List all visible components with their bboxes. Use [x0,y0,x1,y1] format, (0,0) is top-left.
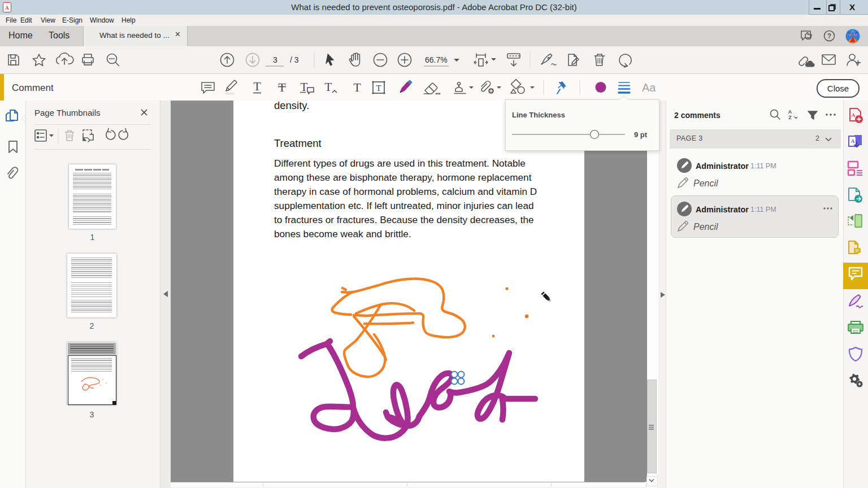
svg-text:1:11 PM: 1:11 PM [750,206,776,213]
svg-text:T: T [353,80,361,94]
svg-text:A: A [852,112,856,118]
svg-text:T: T [253,79,261,93]
svg-text:Pencil: Pencil [693,222,718,232]
svg-text:Pencil: Pencil [693,178,718,188]
svg-text:?: ? [827,32,831,40]
svg-text:66.7%: 66.7% [425,55,448,64]
svg-text:T: T [376,84,381,93]
svg-text:Administrator: Administrator [696,205,749,214]
svg-text:T: T [301,80,308,94]
svg-text:A: A [851,138,855,144]
svg-text:1:11 PM: 1:11 PM [750,162,776,170]
svg-text:T: T [325,80,332,94]
svg-text:Aa: Aa [642,81,656,94]
svg-text:T: T [278,80,286,94]
svg-text:Z: Z [788,115,792,120]
svg-text:Administrator: Administrator [696,162,749,171]
svg-text:/ 3: / 3 [290,55,299,64]
svg-text:A: A [788,109,792,115]
svg-text:9 pt: 9 pt [634,130,648,139]
svg-text:3: 3 [273,55,277,64]
